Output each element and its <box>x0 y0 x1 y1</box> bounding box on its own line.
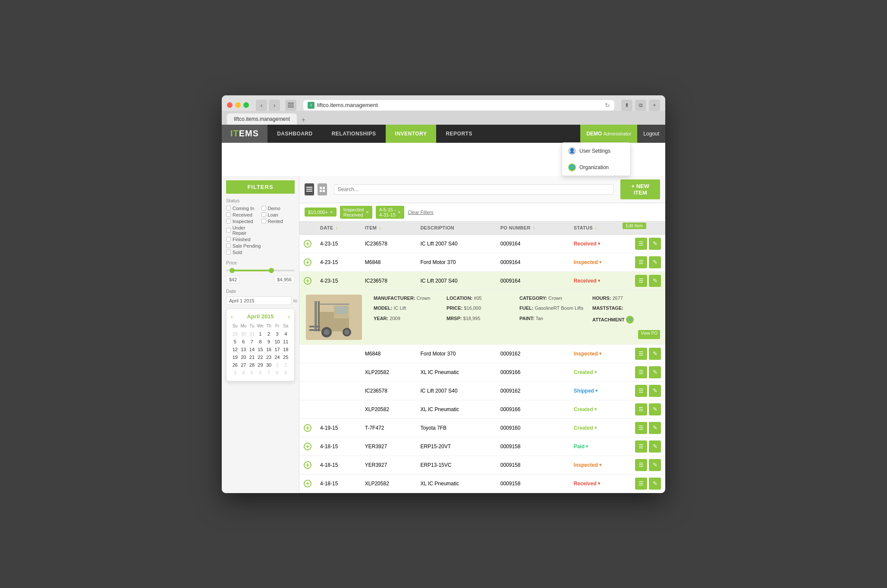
view-detail-button[interactable]: ☰ <box>635 459 647 471</box>
new-tab-icon[interactable]: ⧉ <box>635 100 646 111</box>
status-badge[interactable]: Inspected ▾ <box>574 462 601 468</box>
active-tab[interactable]: liftco.items.management <box>227 113 297 125</box>
edit-button[interactable]: ✎ <box>649 256 661 268</box>
organization-item[interactable]: 🌐 Organization <box>562 159 630 176</box>
checkbox-inspected[interactable]: Inspected <box>226 219 260 224</box>
status-badge[interactable]: Inspected ▾ <box>574 351 601 357</box>
row-expand-button[interactable]: + <box>304 277 311 285</box>
view-detail-button[interactable]: ☰ <box>635 422 647 434</box>
status-badge[interactable]: Created ▾ <box>574 406 597 412</box>
cal-day[interactable]: 4 <box>239 369 248 377</box>
cal-day[interactable]: 7 <box>248 338 256 346</box>
col-status[interactable]: STATUS ↕ <box>569 222 631 234</box>
cal-day[interactable]: 27 <box>239 361 248 369</box>
search-input[interactable] <box>334 184 614 195</box>
view-detail-button[interactable]: ☰ <box>635 440 647 453</box>
cal-day[interactable]: 20 <box>239 353 248 361</box>
cal-day[interactable]: 1 <box>273 361 282 369</box>
view-detail-button[interactable]: ☰ <box>635 275 647 287</box>
remove-status-filter[interactable]: × <box>365 209 369 215</box>
status-badge[interactable]: Inspected ▾ <box>574 259 601 265</box>
status-badge[interactable]: Paid ▾ <box>574 443 588 450</box>
maximize-icon[interactable] <box>243 102 249 108</box>
cal-day[interactable]: 12 <box>231 346 239 353</box>
cal-day[interactable]: 19 <box>231 353 239 361</box>
edit-button[interactable]: ✎ <box>649 366 661 378</box>
new-item-button[interactable]: + NEW ITEM <box>620 179 660 199</box>
row-expand-button[interactable]: + <box>304 424 311 432</box>
cal-day[interactable]: 11 <box>281 338 290 346</box>
calendar-prev-button[interactable]: ‹ <box>231 313 233 320</box>
view-detail-button[interactable]: ☰ <box>635 366 647 378</box>
cal-day[interactable]: 29 <box>256 361 265 369</box>
cal-day[interactable]: 25 <box>281 353 290 361</box>
checkbox-finished[interactable]: Finished <box>226 237 295 242</box>
clear-filters-button[interactable]: Clear Filters <box>408 210 433 215</box>
cal-day[interactable]: 14 <box>248 346 256 353</box>
view-detail-button[interactable]: ☰ <box>635 348 647 360</box>
logout-button[interactable]: Logout <box>637 125 665 143</box>
cal-day[interactable]: 15 <box>256 346 265 353</box>
view-detail-button[interactable]: ☰ <box>635 403 647 415</box>
row-expand-button[interactable]: + <box>304 480 311 487</box>
cal-day[interactable]: 23 <box>264 353 273 361</box>
view-detail-button[interactable]: ☰ <box>635 385 647 397</box>
add-tab-icon[interactable]: + <box>649 100 660 111</box>
edit-button[interactable]: ✎ <box>649 422 661 434</box>
price-min-thumb[interactable] <box>230 268 235 273</box>
status-badge[interactable]: Received ▾ <box>574 481 600 487</box>
close-icon[interactable] <box>227 102 233 108</box>
cal-day[interactable]: 21 <box>248 353 256 361</box>
status-badge[interactable]: Created ▾ <box>574 369 597 375</box>
edit-button[interactable]: ✎ <box>649 440 661 453</box>
view-detail-button[interactable]: ☰ <box>635 256 647 268</box>
sidebar-toggle-button[interactable] <box>285 100 296 111</box>
cal-day[interactable]: 3 <box>231 369 239 377</box>
cal-day[interactable]: 2 <box>264 330 273 338</box>
cal-day[interactable]: 9 <box>264 338 273 346</box>
edit-button[interactable]: ✎ <box>649 403 661 415</box>
cal-day[interactable]: 5 <box>231 338 239 346</box>
nav-item-dashboard[interactable]: DASHBOARD <box>267 125 322 143</box>
checkbox-demo[interactable]: Demo <box>261 206 295 211</box>
checkbox-sold[interactable]: Sold <box>226 250 260 255</box>
nav-item-inventory[interactable]: INVENTORY <box>386 125 437 143</box>
forward-button[interactable]: › <box>269 100 280 111</box>
view-detail-button[interactable]: ☰ <box>635 238 647 250</box>
cal-day[interactable]: 28 <box>248 361 256 369</box>
cal-day[interactable]: 24 <box>273 353 282 361</box>
status-badge[interactable]: Received ▾ <box>574 241 600 247</box>
share-icon[interactable]: ⬆ <box>621 100 632 111</box>
row-expand-button[interactable]: + <box>304 443 311 450</box>
checkbox-sale-pending[interactable]: Sale Pending <box>226 243 295 248</box>
cal-day[interactable]: 13 <box>239 346 248 353</box>
row-expand-button[interactable]: + <box>304 461 311 469</box>
col-date[interactable]: DATE ↕ <box>316 222 361 234</box>
col-po-number[interactable]: PO NUMBER ↕ <box>496 222 569 234</box>
list-view-button[interactable] <box>305 183 314 195</box>
checkbox-under-repair[interactable]: Under Repair <box>226 225 260 236</box>
attachment-icon[interactable]: 🔗 <box>626 316 634 324</box>
calendar-next-button[interactable]: › <box>288 313 290 320</box>
remove-date-filter[interactable]: × <box>398 209 401 215</box>
checkbox-received[interactable]: Received <box>226 212 260 217</box>
cal-day[interactable]: 16 <box>264 346 273 353</box>
cal-day[interactable]: 8 <box>256 338 265 346</box>
new-tab-button[interactable]: + <box>299 115 308 125</box>
cal-day[interactable]: 26 <box>231 361 239 369</box>
status-badge[interactable]: Created ▾ <box>574 425 597 431</box>
cal-day[interactable]: 4 <box>281 330 290 338</box>
cal-day[interactable]: 8 <box>273 369 282 377</box>
edit-button[interactable]: ✎ <box>649 478 661 490</box>
cal-day[interactable]: 17 <box>273 346 282 353</box>
cal-day[interactable]: 30 <box>239 330 248 338</box>
checkbox-loan[interactable]: Loan <box>261 212 295 217</box>
cal-day[interactable]: 30 <box>264 361 273 369</box>
cal-day[interactable]: 3 <box>273 330 282 338</box>
minimize-icon[interactable] <box>235 102 241 108</box>
status-badge[interactable]: Received ▾ <box>574 278 600 284</box>
cal-day[interactable]: 5 <box>248 369 256 377</box>
edit-button[interactable]: ✎ <box>649 459 661 471</box>
grid-view-button[interactable] <box>318 183 327 195</box>
nav-item-reports[interactable]: REPORTS <box>436 125 482 143</box>
